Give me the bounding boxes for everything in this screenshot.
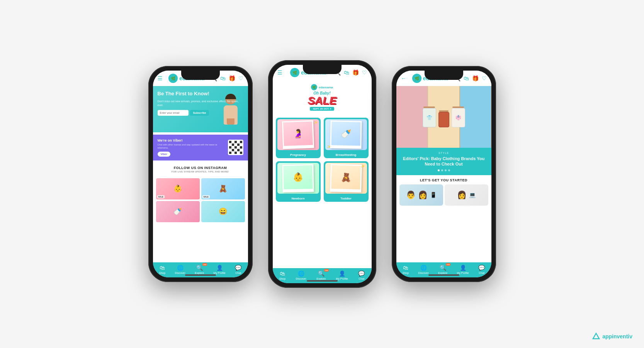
- phone3-bag-icon[interactable]: 🛍: [464, 75, 469, 81]
- phone-1-notch: [181, 71, 220, 80]
- nav-shop-label: Shop: [159, 272, 165, 274]
- hamburger-icon[interactable]: ☰: [158, 75, 163, 81]
- instagram-section: FOLLOW US ON INSTAGRAM FOR LIVE STREAM U…: [153, 163, 248, 176]
- article-dots: [401, 169, 487, 171]
- nav-explore[interactable]: 🔍 Explore: [195, 265, 204, 274]
- phone2-bag-icon[interactable]: 🛍: [344, 69, 349, 76]
- phone-1-hero-banner: Be The First to Know! Don't miss out new…: [153, 86, 248, 132]
- logo-leaf-icon: 🌿: [168, 74, 178, 83]
- nav-discover[interactable]: 🌐 Discover: [175, 265, 185, 274]
- phone2-gift-icon[interactable]: 🎁: [352, 69, 359, 76]
- article-title: Editors' Pick: Baby Clothing Brands You …: [401, 156, 487, 167]
- toddler-label: Toddler: [324, 195, 369, 202]
- brand-name: appinventiv: [602, 333, 632, 340]
- appinventiv-logo-icon: [592, 333, 600, 340]
- insta-label-2: SALE: [202, 195, 210, 198]
- phone2-nav-shop-label: Shop: [279, 277, 285, 280]
- discover-icon: 🌐: [177, 265, 184, 271]
- bag-icon[interactable]: 🛍: [220, 75, 226, 81]
- phone-3: ← 🌿 edamama 🔍 🛍 🎁 ♡: [392, 66, 496, 282]
- sale-main-text: SALE: [308, 95, 336, 106]
- phone3-nav-discover-label: Discover: [418, 272, 429, 274]
- viber-button[interactable]: Viber: [158, 152, 170, 157]
- phone2-hamburger-icon[interactable]: ☰: [277, 69, 282, 76]
- heart-icon[interactable]: ♡: [238, 75, 243, 81]
- back-arrow-icon[interactable]: ←: [401, 75, 406, 81]
- breastfeeding-image: 🍼 ✨: [325, 119, 367, 150]
- instagram-subtitle: FOR LIVE STREAM UPDATES, TIPS, AND MORE!: [156, 171, 245, 173]
- pregnancy-label: Pregnancy: [276, 152, 321, 158]
- profile-icon: 👤: [216, 265, 223, 271]
- category-newborn[interactable]: 👶 Newborn: [276, 161, 321, 202]
- phone2-nav-shop[interactable]: 🛍 Shop: [279, 270, 285, 280]
- phone3-gift-icon[interactable]: 🎁: [472, 75, 479, 81]
- phone3-nav-chat[interactable]: 💬 Chat: [478, 265, 485, 274]
- email-input[interactable]: [158, 110, 189, 116]
- dot-4: [448, 169, 450, 171]
- breastfeeding-label: Breastfeeding: [324, 152, 369, 158]
- gs-card-2[interactable]: 👩 💻: [445, 184, 488, 206]
- phone2-explore-icon: 🔍: [318, 270, 325, 277]
- get-started-section: LET'S GET YOU STARTED 👨 👩 📱 👩 💻: [396, 175, 491, 209]
- phone-3-screen: ← 🌿 edamama 🔍 🛍 🎁 ♡: [396, 71, 491, 277]
- phone-2-bottom-bar: [307, 280, 338, 282]
- viber-title: We're on Viber!: [158, 139, 228, 142]
- email-subscribe-row: Subscribe: [158, 110, 243, 116]
- clothing-items: 👕 👘: [396, 86, 491, 148]
- phone2-nav-profile-label: My Profile: [336, 277, 348, 280]
- get-started-title: LET'S GET YOU STARTED: [399, 178, 488, 182]
- phone2-nav-discover[interactable]: 🌐 Discover: [296, 270, 306, 280]
- phone2-nav-profile[interactable]: 👤 My Profile: [336, 270, 348, 280]
- instagram-thumb-4[interactable]: 😄: [201, 201, 245, 222]
- brand-watermark: appinventiv: [592, 333, 632, 340]
- nav-profile[interactable]: 👤 My Profile: [214, 265, 226, 274]
- phone-2-notch: [303, 65, 342, 74]
- phone3-nav-shop-label: Shop: [403, 272, 409, 274]
- phone2-nav-explore[interactable]: 🔍 Explore: [316, 270, 326, 280]
- categories-grid: 🤰 ✨ Pregnancy 🍼: [273, 115, 372, 205]
- gift-icon[interactable]: 🎁: [229, 75, 235, 81]
- toddler-image: 🧸 ✨: [325, 163, 367, 194]
- phone3-profile-icon: 👤: [460, 265, 466, 271]
- sale-brand: edamama: [319, 86, 333, 89]
- phone2-nav-chat[interactable]: 💬 Chat: [358, 270, 365, 280]
- instagram-thumb-2[interactable]: 🧸 SALE: [201, 178, 245, 199]
- article-category: STYLE: [401, 152, 487, 154]
- phone2-heart-icon[interactable]: ♡: [362, 69, 367, 76]
- category-breastfeeding[interactable]: 🍼 ✨ Breastfeeding: [324, 118, 369, 158]
- explore-icon: 🔍: [196, 265, 203, 271]
- phone-1-scroll[interactable]: Be The First to Know! Don't miss out new…: [153, 86, 248, 225]
- instagram-thumb-1[interactable]: 👶 SALE: [156, 178, 200, 199]
- phone2-logo-leaf-icon: 🌿: [290, 68, 299, 77]
- hero-title: Be The First to Know!: [158, 91, 243, 97]
- phone3-nav-discover[interactable]: 🌐 Discover: [418, 265, 429, 274]
- phone-1-screen: ☰ 🌿 edamama 🔍 🛍 🎁 ♡ Be The First to: [153, 71, 248, 277]
- sale-logo-icon: 🌿: [311, 84, 317, 90]
- phone3-logo-leaf-icon: 🌿: [412, 74, 421, 83]
- phone2-nav-discover-label: Discover: [296, 277, 306, 280]
- phone3-chat-icon: 💬: [478, 265, 485, 271]
- phone-1-bottom-bar: [185, 274, 216, 276]
- phone3-heart-icon[interactable]: ♡: [482, 75, 487, 81]
- subscribe-button[interactable]: Subscribe: [190, 110, 209, 116]
- phone3-nav-chat-label: Chat: [479, 272, 484, 274]
- nav-chat[interactable]: 💬 Chat: [235, 265, 241, 274]
- sparkle-1: ✨: [314, 121, 318, 124]
- instagram-title: FOLLOW US ON INSTAGRAM: [156, 166, 245, 170]
- phone3-nav-explore[interactable]: 🔍 Explore: [438, 265, 447, 274]
- pregnancy-image: 🤰 ✨: [277, 119, 319, 150]
- category-pregnancy[interactable]: 🤰 ✨ Pregnancy: [276, 118, 321, 158]
- phone2-shop-icon: 🛍: [280, 270, 285, 277]
- sale-banner: 🌿 edamama Oh Baby! SALE SEPT. 28–OCT. 4: [273, 80, 372, 115]
- gs-card-1[interactable]: 👨 👩 📱: [399, 184, 443, 206]
- nav-shop[interactable]: 🛍 Shop: [159, 265, 165, 274]
- category-toddler[interactable]: 🧸 ✨ Toddler: [324, 161, 369, 202]
- phone3-nav-profile[interactable]: 👤 My Profile: [457, 265, 469, 274]
- nav-explore-label: Explore: [195, 272, 204, 274]
- nav-discover-label: Discover: [175, 272, 185, 274]
- phone3-explore-icon: 🔍: [440, 265, 446, 271]
- phone3-shop-icon: 🛍: [403, 265, 408, 271]
- phone3-nav-shop[interactable]: 🛍 Shop: [403, 265, 409, 274]
- instagram-thumb-3[interactable]: 🍼: [156, 201, 200, 222]
- phone2-profile-icon: 👤: [339, 270, 345, 277]
